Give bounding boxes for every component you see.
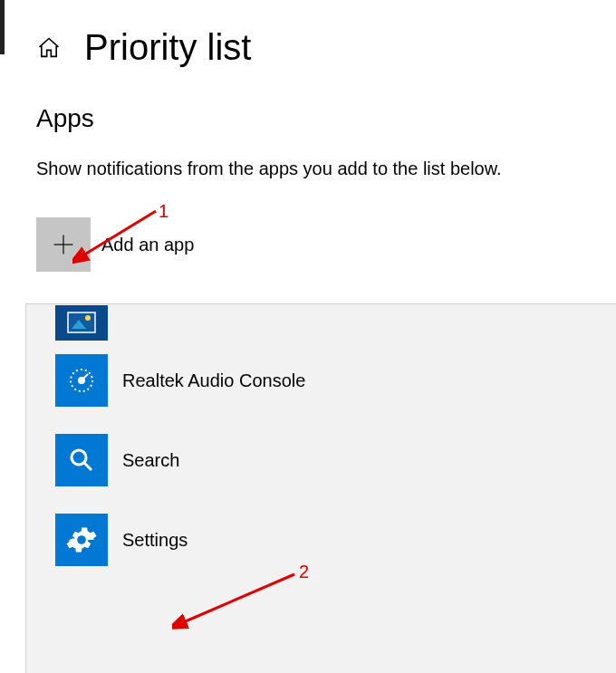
app-item-settings[interactable]: Settings — [26, 500, 616, 580]
svg-point-10 — [77, 535, 86, 544]
sidebar-sliver — [0, 0, 5, 54]
app-name-label: Realtek Audio Console — [122, 370, 305, 391]
add-app-row: Add an app — [36, 217, 616, 272]
plus-icon — [51, 232, 76, 257]
app-item-search[interactable]: Search — [26, 420, 616, 500]
app-name-label: Settings — [122, 530, 188, 551]
app-picker-popup: Realtek Audio Console Search Settings — [25, 303, 616, 673]
home-icon[interactable] — [36, 35, 62, 61]
gauge-icon — [55, 354, 108, 407]
add-app-button[interactable] — [36, 217, 91, 272]
svg-point-4 — [85, 315, 91, 321]
apps-section: Apps Show notifications from the apps yo… — [0, 68, 616, 272]
svg-rect-2 — [68, 312, 95, 332]
page-title: Priority list — [84, 27, 251, 68]
app-item-realtek[interactable]: Realtek Audio Console — [26, 341, 616, 420]
section-description: Show notifications from the apps you add… — [36, 159, 616, 179]
app-item-photos[interactable] — [26, 304, 616, 341]
search-icon — [55, 434, 108, 486]
gear-icon — [55, 514, 108, 566]
photos-icon — [55, 305, 108, 341]
svg-point-8 — [72, 450, 86, 465]
section-title: Apps — [36, 104, 616, 133]
svg-line-9 — [84, 463, 91, 470]
page-header: Priority list — [0, 0, 616, 68]
add-app-label: Add an app — [101, 235, 194, 255]
app-name-label: Search — [122, 450, 179, 471]
